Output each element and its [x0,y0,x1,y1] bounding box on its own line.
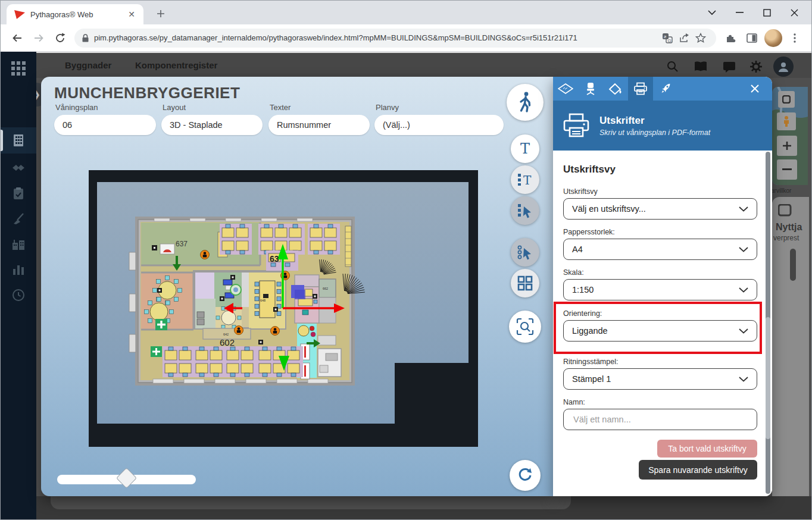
svg-text:G: G [668,37,672,43]
map-terms-text[interactable]: arvillkor [771,187,791,194]
list-text-icon: T [517,173,533,187]
orientering-value: Liggande [572,326,608,336]
office-chair-icon [585,82,596,95]
reset-rotation-button[interactable] [510,460,541,491]
text-tool-button[interactable]: T [511,134,539,163]
map-zoom-out-button[interactable] [777,159,797,180]
close-window-button[interactable] [780,1,808,24]
sidebar-item-statistics[interactable] [1,256,36,283]
floorplan-canvas[interactable]: 63763602662648642 [89,170,478,447]
minimize-button[interactable] [726,1,753,24]
card-expand-icon [778,204,792,218]
share-icon[interactable] [676,30,692,46]
label-namn: Namn: [563,398,585,406]
plus-icon [157,10,165,18]
sidebar-item-buildings[interactable] [1,127,36,154]
chevron-down-icon [739,206,748,212]
panel-scrollbar[interactable] [766,152,770,494]
chevron-down-icon [739,328,748,334]
multi-text-tool-button[interactable]: T [511,165,539,194]
sidebar-item-time[interactable] [1,282,36,308]
vaningsplan-select[interactable]: 06 [54,115,156,135]
select-list-tool-button[interactable] [511,196,539,225]
browser-chevron-button[interactable] [698,1,726,24]
room-label: 63 [270,254,279,264]
sidebar-item-cleaning[interactable] [1,206,36,232]
panel-tabstrip [553,77,772,101]
new-tab-button[interactable] [153,6,168,21]
planvy-select[interactable]: (Välj...) [374,115,504,135]
map-expand-button[interactable] [778,91,795,108]
delete-printview-button[interactable]: Ta bort vald utskriftvy [657,440,757,458]
sidebar-item-properties[interactable] [1,231,36,257]
lock-icon [82,33,89,43]
namn-input[interactable] [572,414,748,425]
left-sidebar [1,52,36,519]
pappersstorlek-value: A4 [572,245,583,254]
card-scrollbar[interactable] [790,249,796,281]
panel-close-button[interactable] [746,80,764,98]
extensions-puzzle-icon[interactable] [722,29,739,47]
pappersstorlek-select[interactable]: A4 [563,239,757,260]
ritningsstampel-select[interactable]: Stämpel 1 [563,368,757,390]
bookmark-star-icon[interactable] [692,30,709,46]
room-label: 602 [220,337,235,347]
browser-menu-kebab-icon[interactable] [786,29,804,47]
panel-scrollbar-thumb[interactable] [766,317,770,439]
app-user-avatar[interactable] [773,57,794,77]
layout-select[interactable]: 3D - Staplade [161,115,263,135]
zoom-selection-tool-button[interactable] [509,311,541,343]
translate-icon[interactable]: aG [659,30,676,46]
browser-toolbar: pim.pythagoras.se/py_datamanager_interna… [1,24,811,52]
address-bar[interactable]: pim.pythagoras.se/py_datamanager_interna… [74,29,716,48]
field-label-planvy: Planvy [376,103,399,112]
bar-chart-icon [12,264,25,275]
tab-actions[interactable] [653,77,678,101]
sidebar-item-agreements[interactable] [1,155,36,181]
tab-furniture[interactable] [578,77,603,101]
chat-icon[interactable] [722,60,736,74]
browser-tab[interactable]: Pythagoras® Web ✕ [7,4,143,24]
map-pegman-button[interactable] [777,112,796,130]
sidebar-apps-grid-button[interactable] [1,55,36,82]
tab-fill-color[interactable] [603,77,628,101]
skala-value: 1:150 [572,285,594,295]
texter-select[interactable]: Rumsnummer [268,115,370,135]
search-icon[interactable] [666,60,680,74]
sidebar-item-tasks[interactable] [1,180,36,206]
zoom-slider-thumb[interactable] [116,468,137,488]
forward-button[interactable] [29,29,48,48]
walk-mode-button[interactable] [507,84,544,121]
room-label: 637 [176,240,188,248]
orientering-select[interactable]: Liggande [563,320,757,342]
browser-profile-avatar[interactable] [764,29,782,47]
list-cursor-icon [517,203,533,218]
tab-3d-view[interactable] [553,77,578,101]
nav-komponentregister[interactable]: Komponentregister [135,60,217,70]
maximize-button[interactable] [753,1,780,24]
grid-view-tool-button[interactable] [511,269,539,297]
back-button[interactable] [8,29,27,48]
tab-print[interactable] [628,77,653,101]
background-list-card: Nyttja verprest d [772,197,809,515]
text-tool-icon: T [520,140,530,157]
utskriftsvy-select[interactable]: Välj en utskriftsvy... [563,198,757,220]
planvy-value: (Välj...) [383,120,410,130]
label-ritningsstampel: Ritningsstämpel: [563,358,618,366]
svg-text:T: T [523,173,532,187]
clock-icon [12,289,25,302]
apps-grid-icon [11,61,26,76]
room-label: 648 [260,299,266,302]
panel-title: Utskrifter [599,115,710,127]
nav-byggnader[interactable]: Byggnader [65,60,111,70]
label-utskriftsvy: Utskriftsvy [563,187,598,196]
gear-icon[interactable] [749,60,764,74]
map-zoom-in-button[interactable] [777,136,797,156]
select-items-tool-button[interactable] [511,238,539,267]
tab-close-icon[interactable]: ✕ [126,10,138,19]
side-panel-icon[interactable] [743,29,761,47]
reload-button[interactable] [51,29,70,48]
skala-select[interactable]: 1:150 [563,279,757,300]
save-printview-button[interactable]: Spara nuvarande utskriftvy [639,460,757,480]
book-icon[interactable] [694,60,708,74]
